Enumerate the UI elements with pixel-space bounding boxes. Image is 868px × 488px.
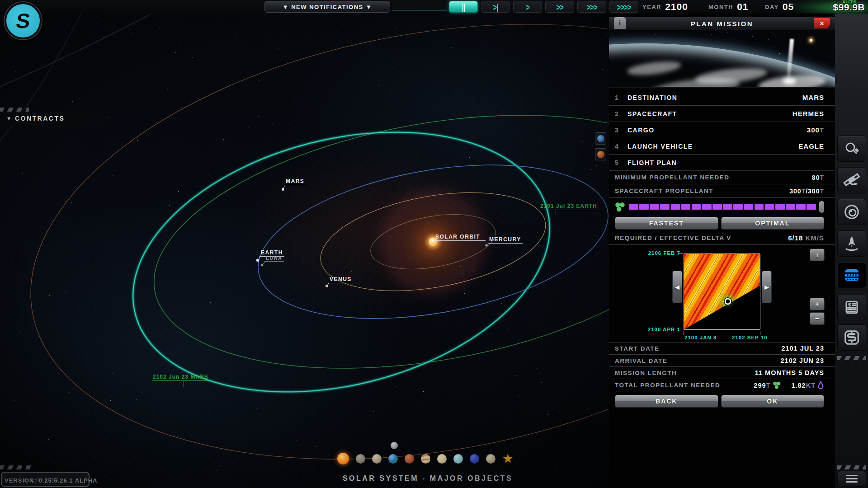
notifications-button[interactable]: ▼ NEW NOTIFICATIONS ▼: [264, 1, 390, 13]
fastest-forward-button[interactable]: >>>>: [609, 1, 638, 13]
propellant-slider-handle[interactable]: [819, 201, 824, 213]
step-row-cargo[interactable]: 3 CARGO 300T: [609, 122, 835, 138]
map-shortcut-mars[interactable]: [595, 148, 606, 160]
map-label-mercury[interactable]: MERCURY: [488, 236, 523, 244]
next-window-button[interactable]: ▶: [762, 271, 772, 303]
map-label-venus[interactable]: VENUS: [328, 276, 353, 283]
contracts-label: CONTRACTS: [15, 115, 65, 122]
step-label: FLIGHT PLAN: [627, 159, 824, 166]
map-caption: SOLAR SYSTEM - MAJOR OBJECTS: [343, 474, 513, 483]
total-volume: 1.82KT: [791, 382, 816, 389]
favorites-star-icon[interactable]: ★: [502, 454, 513, 464]
arrival-date-row: ARRIVAL DATE 2102 JUN 23: [609, 355, 835, 367]
orbits-icon: [843, 203, 860, 221]
missions-button-active[interactable]: [837, 262, 866, 288]
delta-v-row: REQUIRED / EFFECTIVE DELTA V 6/18 KM/S: [609, 231, 835, 245]
porkchop-info-button[interactable]: i: [810, 249, 825, 261]
search-button[interactable]: [837, 136, 866, 162]
planet-bar-sun[interactable]: [337, 453, 349, 465]
right-arrow-icon: ▶: [764, 284, 769, 291]
orbits-button[interactable]: [837, 199, 866, 225]
planet-bar-venus[interactable]: [372, 454, 382, 464]
orbit-mars: [134, 76, 609, 407]
missions-icon: [842, 266, 861, 284]
play-button[interactable]: >: [513, 1, 542, 13]
info-button[interactable]: i: [614, 17, 626, 29]
step-number: 4: [615, 143, 627, 150]
map-shortcut-earth[interactable]: [595, 132, 606, 145]
mars-thumb-icon: [597, 151, 604, 158]
company-logo[interactable]: S: [5, 2, 42, 39]
solar-system-map[interactable]: MARS EARTH LUNA VENUS MERCURY SOLAR ORBI…: [0, 0, 609, 488]
finance-button[interactable]: $: [837, 294, 866, 320]
hatch-decoration: [0, 108, 29, 112]
planet-bar-earth[interactable]: [388, 454, 398, 464]
pause-button[interactable]: ||: [449, 1, 478, 13]
chevron-down-icon: ▼: [6, 116, 11, 121]
step-value: HERMES: [793, 110, 824, 117]
row-label: MISSION LENGTH: [615, 370, 755, 376]
money-amount: $99.9B: [833, 2, 865, 13]
clock-month: MONTH01: [708, 0, 749, 14]
map-label-solar-orbit[interactable]: SOLAR ORBIT: [434, 234, 486, 241]
zoom-out-button[interactable]: −: [810, 312, 825, 325]
selected-transfer-marker[interactable]: [725, 298, 731, 305]
step-value: MARS: [802, 94, 824, 101]
porkchop-block: 2106 FEB 7 2100 APR 1 2100 JAN 8 2102 SE…: [609, 245, 835, 343]
top-bar: ▼ NEW NOTIFICATIONS ▼ || >| > >> >>> >>>…: [0, 0, 868, 14]
hamburger-icon: [846, 475, 858, 476]
invalid-region: [684, 254, 760, 329]
propellant-gauge-row: [609, 198, 835, 216]
company-logo-icon: [843, 329, 860, 346]
fast-forward-button[interactable]: >>: [545, 1, 574, 13]
step-row-flight-plan[interactable]: 5 FLIGHT PLAN: [609, 155, 835, 171]
prev-window-button[interactable]: ◀: [672, 271, 682, 303]
droplet-icon: [817, 381, 824, 390]
close-icon[interactable]: ×: [814, 18, 830, 28]
planet-bar-uranus[interactable]: [453, 454, 463, 464]
total-mass: 299T: [754, 382, 770, 389]
fastest-button[interactable]: FASTEST: [615, 217, 718, 230]
row-value: 6/18 KM/S: [788, 234, 824, 242]
map-label-mars[interactable]: MARS: [284, 178, 306, 185]
earth-dot[interactable]: [256, 259, 259, 262]
arrival-date-marker: 2102 Jun 23 MARS: [152, 374, 209, 381]
step-row-destination[interactable]: 1 DESTINATION MARS: [609, 89, 835, 106]
back-button[interactable]: BACK: [615, 395, 718, 408]
contracts-header[interactable]: ▼ CONTRACTS: [0, 112, 118, 125]
porkchop-plot[interactable]: [684, 253, 760, 330]
optimal-button[interactable]: OPTIMAL: [721, 217, 825, 230]
porkchop-x-max-label: 2102 SEP 10: [732, 335, 768, 340]
planet-bar-pluto[interactable]: [486, 454, 495, 464]
faster-forward-button[interactable]: >>>: [577, 1, 606, 13]
orbit-outer-tan: [0, 0, 609, 488]
step-number: 3: [615, 127, 627, 134]
map-label-luna[interactable]: LUNA: [264, 255, 284, 262]
row-label: MINIMUM PROPELLANT NEEDED: [615, 174, 812, 181]
planet-bar-jupiter[interactable]: [421, 454, 430, 464]
planet-bar-neptune[interactable]: [470, 454, 479, 464]
mars-dot[interactable]: [282, 188, 284, 191]
hatch-decoration-bottom: [0, 465, 33, 469]
luna-dot[interactable]: [261, 264, 264, 267]
row-value: 2102 JUN 23: [781, 357, 824, 364]
satellites-button[interactable]: [837, 167, 866, 193]
step-number: 2: [615, 110, 627, 117]
step-row-launch-vehicle[interactable]: 4 LAUNCH VEHICLE EAGLE: [609, 138, 835, 155]
step-row-spacecraft[interactable]: 2 SPACECRAFT HERMES: [609, 106, 835, 122]
menu-button[interactable]: [837, 471, 866, 487]
planet-bar-saturn[interactable]: [437, 454, 447, 464]
step-button[interactable]: >|: [481, 1, 510, 13]
planet-bar-moon[interactable]: [391, 442, 398, 449]
ok-button[interactable]: OK: [721, 395, 825, 408]
propellant-gauge-segments[interactable]: [629, 204, 816, 210]
step-label: CARGO: [627, 127, 807, 134]
row-label: SPACECRAFT PROPELLANT: [615, 188, 789, 194]
launch-button[interactable]: [837, 230, 866, 257]
venus-dot[interactable]: [326, 285, 328, 287]
zoom-in-button[interactable]: +: [810, 298, 825, 310]
company-button[interactable]: [837, 324, 866, 351]
search-icon: [844, 141, 860, 157]
planet-bar-mars[interactable]: [405, 454, 414, 464]
planet-bar-mercury[interactable]: [356, 454, 365, 464]
